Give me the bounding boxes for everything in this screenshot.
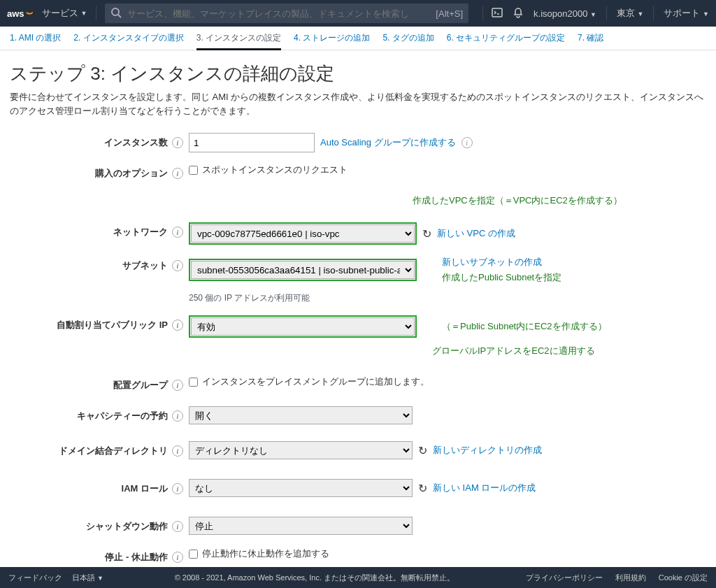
info-icon[interactable]: i <box>172 552 183 563</box>
info-icon[interactable]: i <box>461 137 473 148</box>
instance-count-input[interactable] <box>189 133 315 152</box>
subnet-annotation: 作成したPublic Subnetを指定 <box>442 271 561 284</box>
domain-join-label: ドメイン結合ディレクトリ <box>59 445 168 457</box>
purchase-option-label: 購入のオプション <box>95 167 168 180</box>
subnet-annotation2: （＝Public Subnet内にEC2を作成する） <box>442 320 607 333</box>
page-description: 要件に合わせてインスタンスを設定します。同じ AMI からの複数インスタンス作成… <box>10 90 706 117</box>
info-icon[interactable]: i <box>172 260 183 271</box>
info-icon[interactable]: i <box>172 410 183 422</box>
separator <box>653 6 654 20</box>
info-icon[interactable]: i <box>172 483 183 494</box>
subnet-label: サブネット <box>122 259 168 272</box>
search-input[interactable] <box>127 8 431 19</box>
info-icon[interactable]: i <box>172 445 183 457</box>
footer: フィードバック 日本語 ▼ © 2008 - 2021, Amazon Web … <box>0 567 716 588</box>
page-title: ステップ 3: インスタンスの詳細の設定 <box>10 62 706 86</box>
wizard-steps: 1. AMI の選択 2. インスタンスタイプの選択 3. インスタンスの設定 … <box>0 27 716 50</box>
top-nav: aws⌣ サービス ▼ [Alt+S] k.isopon2000 ▼ 東京 ▼ … <box>0 0 716 27</box>
autoscaling-link[interactable]: Auto Scaling グループに作成する <box>320 136 456 149</box>
info-icon[interactable]: i <box>172 168 183 179</box>
subnet-select[interactable]: subnet-0553056ca3aa64151 | iso-subnet-pu… <box>191 261 415 279</box>
feedback-link[interactable]: フィードバック <box>8 573 62 583</box>
hibernate-checkbox[interactable] <box>189 550 198 559</box>
wizard-step-4[interactable]: 4. ストレージの追加 <box>294 32 370 45</box>
aws-logo[interactable]: aws⌣ <box>7 8 34 19</box>
wizard-step-7[interactable]: 7. 確認 <box>578 32 603 45</box>
separator <box>482 6 483 20</box>
auto-public-ip-select[interactable]: 有効 <box>191 317 415 336</box>
vpc-annotation: 作成したVPCを指定（＝VPC内にEC2を作成する） <box>413 194 622 207</box>
directory-select[interactable]: ディレクトリなし <box>189 441 413 459</box>
support-menu[interactable]: サポート ▼ <box>664 7 709 20</box>
shutdown-label: シャットダウン動作 <box>86 520 168 533</box>
search-shortcut: [Alt+S] <box>436 8 463 19</box>
bell-icon[interactable] <box>513 7 524 20</box>
language-menu[interactable]: 日本語 ▼ <box>72 573 103 583</box>
wizard-step-6[interactable]: 6. セキュリティグループの設定 <box>447 32 565 45</box>
network-select[interactable]: vpc-009c78775ed6661e0 | iso-vpc <box>191 224 415 243</box>
capacity-label: キャパシティーの予約 <box>77 410 168 422</box>
info-icon[interactable]: i <box>172 521 183 532</box>
main-content: ステップ 3: インスタンスの詳細の設定 要件に合わせてインスタンスを設定します… <box>0 50 716 588</box>
refresh-icon[interactable]: ↻ <box>418 444 427 457</box>
refresh-icon[interactable]: ↻ <box>422 227 431 241</box>
privacy-link[interactable]: プライバシーポリシー <box>526 573 603 583</box>
new-subnet-link[interactable]: 新しいサブネットの作成 <box>442 256 561 268</box>
cloudshell-icon[interactable] <box>492 7 503 20</box>
info-icon[interactable]: i <box>172 320 183 331</box>
hibernate-label: 停止 - 休止動作 <box>105 551 168 564</box>
wizard-step-2[interactable]: 2. インスタンスタイプの選択 <box>73 32 183 45</box>
separator <box>96 6 96 20</box>
account-menu[interactable]: k.isopon2000 ▼ <box>534 8 596 19</box>
placement-group-label: 配置グループ <box>113 379 168 392</box>
svg-line-1 <box>118 15 121 17</box>
wizard-step-5[interactable]: 5. タグの追加 <box>382 32 434 45</box>
placement-checkbox[interactable] <box>189 378 198 387</box>
refresh-icon[interactable]: ↻ <box>418 482 427 495</box>
ip-annotation: グローバルIPアドレスをEC2に適用する <box>432 345 595 357</box>
capacity-select[interactable]: 開く <box>189 406 413 424</box>
info-icon[interactable]: i <box>172 380 183 391</box>
terms-link[interactable]: 利用規約 <box>615 573 646 583</box>
svg-point-0 <box>112 8 119 15</box>
info-icon[interactable]: i <box>172 137 183 148</box>
spot-checkbox[interactable] <box>189 166 198 175</box>
separator <box>606 6 607 20</box>
region-menu[interactable]: 東京 ▼ <box>617 7 644 20</box>
network-label: ネットワーク <box>113 226 168 238</box>
wizard-step-3: 3. インスタンスの設定 <box>196 32 281 50</box>
new-vpc-link[interactable]: 新しい VPC の作成 <box>437 227 515 240</box>
cookies-link[interactable]: Cookie の設定 <box>659 573 708 583</box>
services-menu[interactable]: サービス ▼ <box>42 7 87 20</box>
svg-rect-2 <box>492 8 502 17</box>
subnet-hint: 250 個の IP アドレスが利用可能 <box>189 292 561 304</box>
shutdown-select[interactable]: 停止 <box>189 517 413 535</box>
copyright: © 2008 - 2021, Amazon Web Services, Inc.… <box>103 573 526 583</box>
info-icon[interactable]: i <box>172 227 183 238</box>
new-directory-link[interactable]: 新しいディレクトリの作成 <box>433 444 542 457</box>
instance-count-label: インスタンス数 <box>104 136 168 149</box>
search-box[interactable]: [Alt+S] <box>105 3 469 23</box>
new-iam-link[interactable]: 新しい IAM ロールの作成 <box>433 482 536 494</box>
wizard-step-1[interactable]: 1. AMI の選択 <box>10 32 61 45</box>
search-icon <box>110 7 122 20</box>
iam-role-label: IAM ロール <box>122 482 168 495</box>
auto-public-ip-label: 自動割り当てパブリック IP <box>57 319 168 331</box>
iam-select[interactable]: なし <box>189 479 413 497</box>
